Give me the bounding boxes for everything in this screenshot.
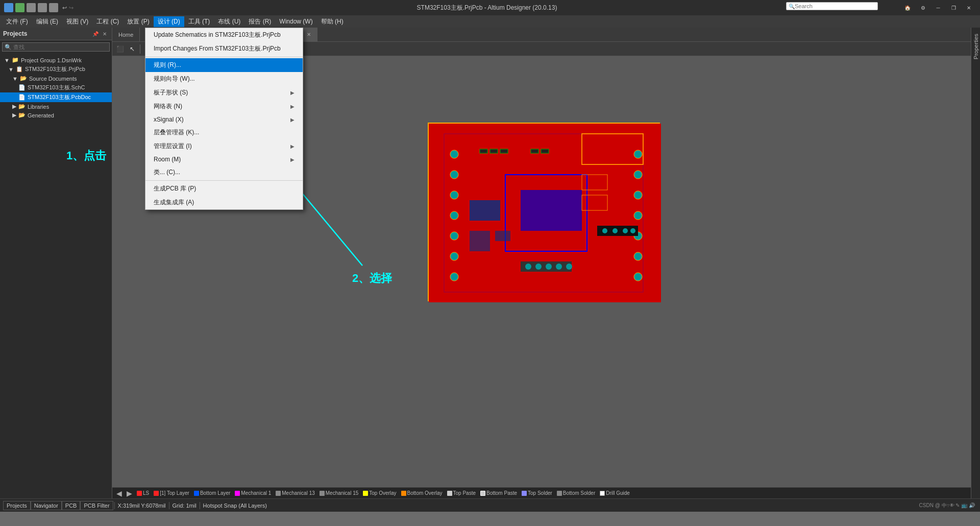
- search-icon: 🔍: [789, 4, 795, 9]
- dropdown-label-10: 类... (C)...: [154, 168, 180, 177]
- layer-bar: ◀ ▶ LS [1] Top Layer Bottom Layer Mechan…: [112, 487, 971, 498]
- pcb-board[interactable]: [428, 123, 660, 301]
- layer-top[interactable]: [1] Top Layer: [152, 490, 191, 496]
- layer-bottom-overlay-name: Bottom Overlay: [407, 490, 443, 496]
- menu-project[interactable]: 工程 (C): [92, 16, 123, 27]
- svg-rect-29: [495, 231, 510, 241]
- dropdown-label-0: Update Schematics in STM32F103主板.PrjPcb: [154, 31, 281, 39]
- dropdown-board-shape[interactable]: 板子形状 (S) ▶: [145, 86, 303, 100]
- menu-tools[interactable]: 工具 (T): [184, 16, 214, 27]
- sidebar-search-input[interactable]: [2, 42, 110, 52]
- layer-mech1-name: Mechanical 1: [241, 490, 271, 496]
- layer-drill-guide-name: Drill Guide: [606, 490, 630, 496]
- menu-help[interactable]: 帮助 (H): [317, 16, 348, 27]
- dropdown-make-pcb-library[interactable]: 生成PCB 库 (P): [145, 182, 303, 196]
- menu-window[interactable]: Window (W): [275, 17, 316, 26]
- layer-mech13[interactable]: Mechanical 13: [274, 490, 316, 496]
- tab-pcbdoc-close[interactable]: ✕: [307, 32, 311, 37]
- tree-label-4: STM32F103主板.PcbDoc: [28, 93, 91, 101]
- redo-icon[interactable]: ↪: [69, 5, 74, 11]
- tree-generated[interactable]: ▶ 📂 Generated: [0, 111, 112, 119]
- dropdown-update-schematics[interactable]: Update Schematics in STM32F103主板.PrjPcb: [145, 28, 303, 42]
- dropdown-layer-stack[interactable]: 层叠管理器 (K)...: [145, 126, 303, 139]
- menu-view[interactable]: 视图 (V): [62, 16, 92, 27]
- svg-point-26: [566, 264, 572, 270]
- doc-icon-2: 📄: [18, 94, 26, 101]
- dropdown-room[interactable]: Room (M) ▶: [145, 153, 303, 165]
- layer-mech1[interactable]: Mechanical 1: [233, 490, 273, 496]
- dropdown-classes[interactable]: 类... (C)...: [145, 165, 303, 179]
- tree-source-docs[interactable]: ▼ 📂 Source Documents: [0, 74, 112, 83]
- pcb-svg: [429, 124, 661, 302]
- sidebar-close-btn[interactable]: ✕: [101, 30, 109, 38]
- layer-bottom-solder[interactable]: Bottom Solder: [555, 490, 597, 496]
- select-btn[interactable]: ↖: [127, 43, 138, 55]
- properties-label[interactable]: Properties: [972, 30, 980, 63]
- undo-icon[interactable]: ↩: [62, 5, 67, 11]
- search-input[interactable]: [795, 3, 866, 9]
- layer-bottom[interactable]: Bottom Layer: [192, 490, 232, 496]
- menu-route[interactable]: 布线 (U): [214, 16, 244, 27]
- layer-nav-left[interactable]: ◀: [114, 489, 124, 497]
- filter-btn[interactable]: ⬛: [114, 43, 126, 55]
- global-search-bar[interactable]: 🔍: [786, 2, 878, 10]
- layer-nav-right[interactable]: ▶: [125, 489, 134, 497]
- dropdown-sep-1: [145, 57, 303, 57]
- expand-icon: ▼: [4, 57, 10, 63]
- layer-mech15[interactable]: Mechanical 15: [317, 490, 360, 496]
- tree-pcbdoc[interactable]: 📄 STM32F103主板.PcbDoc: [0, 92, 112, 102]
- tree-project-group[interactable]: ▼ 📁 Project Group 1.DsnWrk: [0, 56, 112, 64]
- dropdown-label-12: 生成集成库 (A): [154, 198, 194, 207]
- layer-mech15-name: Mechanical 15: [326, 490, 358, 496]
- menu-report[interactable]: 报告 (R): [244, 16, 275, 27]
- titlebar: ↩ ↪ STM32F103主板.PrjPcb - Altium Designer…: [0, 0, 980, 15]
- dropdown-rules[interactable]: 规则 (R)...: [145, 58, 303, 72]
- layer-ls[interactable]: LS: [135, 490, 151, 496]
- layer-mech15-dot: [320, 491, 325, 496]
- restore-btn[interactable]: ❐: [946, 3, 961, 13]
- dropdown-layer-settings[interactable]: 管理层设置 (I) ▶: [145, 139, 303, 153]
- settings-btn[interactable]: ⚙: [916, 3, 930, 13]
- tree-project[interactable]: ▼ 📋 STM32F103主板.PrjPcb: [0, 64, 112, 74]
- menu-file[interactable]: 文件 (F): [2, 16, 32, 27]
- minimize-btn[interactable]: ─: [931, 3, 945, 13]
- sidebar-tab-projects[interactable]: Projects: [3, 501, 31, 510]
- menu-design[interactable]: 设计 (D): [154, 16, 184, 27]
- tree-label-2: Source Documents: [29, 76, 77, 82]
- dropdown-label-9: Room (M): [154, 156, 181, 163]
- dropdown-import-changes[interactable]: Import Changes From STM32F103主板.PrjPcb: [145, 42, 303, 56]
- app-icon-2: [15, 3, 24, 12]
- layer-bottom-paste-name: Bottom Paste: [486, 490, 517, 496]
- svg-rect-32: [500, 149, 508, 153]
- tree-label-6: Generated: [28, 112, 54, 118]
- tab-home[interactable]: Home: [112, 28, 140, 41]
- dropdown-xsignal[interactable]: xSignal (X) ▶: [145, 113, 303, 126]
- layer-top-overlay[interactable]: Top Overlay: [361, 490, 398, 496]
- sidebar-tab-navigator[interactable]: Navigator: [31, 501, 62, 510]
- tree-schematic[interactable]: 📄 STM32F103主板.SchC: [0, 83, 112, 92]
- app-icon-5: [49, 3, 58, 12]
- sidebar-tab-pcbfilter[interactable]: PCB Filter: [80, 501, 113, 510]
- layer-drill-guide[interactable]: Drill Guide: [598, 490, 632, 496]
- dropdown-netlist[interactable]: 网络表 (N) ▶: [145, 100, 303, 113]
- home-btn[interactable]: 🏠: [900, 3, 915, 13]
- layer-top-paste-name: Top Paste: [453, 490, 476, 496]
- status-sep-2: [169, 502, 169, 509]
- layer-bottom-overlay[interactable]: Bottom Overlay: [399, 490, 445, 496]
- svg-rect-27: [470, 200, 500, 221]
- layer-ls-dot: [137, 491, 142, 496]
- dropdown-rules-wizard[interactable]: 规则向导 (W)...: [145, 72, 303, 86]
- svg-point-37: [612, 228, 618, 233]
- window-controls: 🏠 ⚙ ─ ❐ ✕: [900, 3, 976, 13]
- layer-top-solder[interactable]: Top Solder: [520, 490, 554, 496]
- layer-top-paste[interactable]: Top Paste: [445, 490, 478, 496]
- close-btn[interactable]: ✕: [962, 3, 976, 13]
- menu-edit[interactable]: 编辑 (E): [32, 16, 62, 27]
- sidebar-tab-pcb[interactable]: PCB: [62, 501, 81, 510]
- svg-point-23: [535, 264, 542, 270]
- layer-bottom-paste[interactable]: Bottom Paste: [478, 490, 519, 496]
- sidebar-pin-btn[interactable]: 📌: [91, 30, 100, 38]
- tree-libraries[interactable]: ▶ 📂 Libraries: [0, 102, 112, 111]
- menu-place[interactable]: 放置 (P): [123, 16, 153, 27]
- dropdown-make-integrated-library[interactable]: 生成集成库 (A): [145, 196, 303, 209]
